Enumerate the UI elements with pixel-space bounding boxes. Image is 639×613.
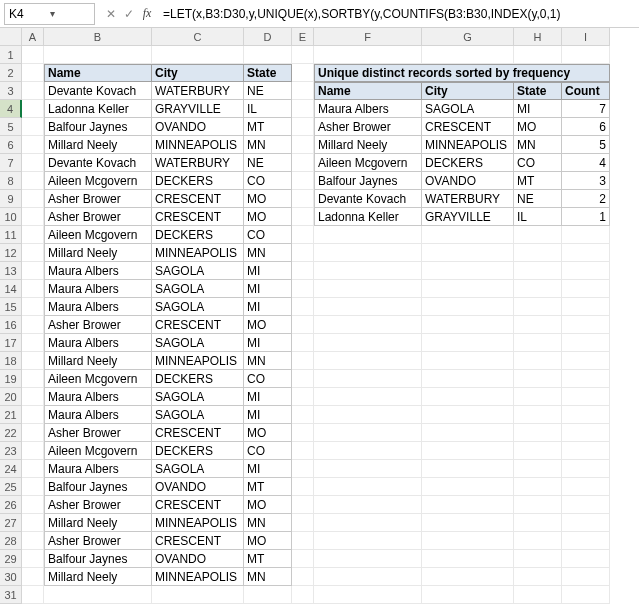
row-header-7[interactable]: 7 [0, 154, 22, 172]
cell-I20[interactable] [562, 388, 610, 406]
cell-G25[interactable] [422, 478, 514, 496]
cell-E11[interactable] [292, 226, 314, 244]
cell-A1[interactable] [22, 46, 44, 64]
cell-I29[interactable] [562, 550, 610, 568]
cell-A18[interactable] [22, 352, 44, 370]
cell-F25[interactable] [314, 478, 422, 496]
cell-I26[interactable] [562, 496, 610, 514]
col-header-A[interactable]: A [22, 28, 44, 46]
cell-E1[interactable] [292, 46, 314, 64]
cell-G30[interactable] [422, 568, 514, 586]
cell-G13[interactable] [422, 262, 514, 280]
col-header-G[interactable]: G [422, 28, 514, 46]
cell-E25[interactable] [292, 478, 314, 496]
cell-A14[interactable] [22, 280, 44, 298]
cell-A27[interactable] [22, 514, 44, 532]
cell-H16[interactable] [514, 316, 562, 334]
cell-I22[interactable] [562, 424, 610, 442]
row-header-5[interactable]: 5 [0, 118, 22, 136]
cell-E26[interactable] [292, 496, 314, 514]
cell-A15[interactable] [22, 298, 44, 316]
cell-H19[interactable] [514, 370, 562, 388]
cell-H29[interactable] [514, 550, 562, 568]
cell-G28[interactable] [422, 532, 514, 550]
cell-H15[interactable] [514, 298, 562, 316]
cancel-icon[interactable]: ✕ [103, 7, 119, 21]
cell-I30[interactable] [562, 568, 610, 586]
cell-H17[interactable] [514, 334, 562, 352]
cell-E14[interactable] [292, 280, 314, 298]
cell-E12[interactable] [292, 244, 314, 262]
cell-E15[interactable] [292, 298, 314, 316]
cell-E27[interactable] [292, 514, 314, 532]
cell-F13[interactable] [314, 262, 422, 280]
cell-C31[interactable] [152, 586, 244, 604]
cell-A25[interactable] [22, 478, 44, 496]
chevron-down-icon[interactable]: ▾ [50, 8, 91, 19]
row-header-30[interactable]: 30 [0, 568, 22, 586]
row-header-24[interactable]: 24 [0, 460, 22, 478]
row-header-11[interactable]: 11 [0, 226, 22, 244]
row-header-16[interactable]: 16 [0, 316, 22, 334]
row-header-6[interactable]: 6 [0, 136, 22, 154]
cell-E5[interactable] [292, 118, 314, 136]
col-header-E[interactable]: E [292, 28, 314, 46]
row-header-3[interactable]: 3 [0, 82, 22, 100]
row-header-10[interactable]: 10 [0, 208, 22, 226]
cell-G31[interactable] [422, 586, 514, 604]
cell-F12[interactable] [314, 244, 422, 262]
cell-A23[interactable] [22, 442, 44, 460]
cell-E21[interactable] [292, 406, 314, 424]
cell-A3[interactable] [22, 82, 44, 100]
row-header-22[interactable]: 22 [0, 424, 22, 442]
row-header-15[interactable]: 15 [0, 298, 22, 316]
cell-F23[interactable] [314, 442, 422, 460]
row-header-21[interactable]: 21 [0, 406, 22, 424]
cell-H26[interactable] [514, 496, 562, 514]
cell-F29[interactable] [314, 550, 422, 568]
cell-G29[interactable] [422, 550, 514, 568]
cell-E19[interactable] [292, 370, 314, 388]
cell-F15[interactable] [314, 298, 422, 316]
col-header-I[interactable]: I [562, 28, 610, 46]
row-header-18[interactable]: 18 [0, 352, 22, 370]
select-all-corner[interactable] [0, 28, 22, 46]
cell-E13[interactable] [292, 262, 314, 280]
cell-E20[interactable] [292, 388, 314, 406]
cell-H14[interactable] [514, 280, 562, 298]
cell-E17[interactable] [292, 334, 314, 352]
row-header-17[interactable]: 17 [0, 334, 22, 352]
cell-E7[interactable] [292, 154, 314, 172]
cell-I31[interactable] [562, 586, 610, 604]
cell-E31[interactable] [292, 586, 314, 604]
cell-I1[interactable] [562, 46, 610, 64]
cell-H12[interactable] [514, 244, 562, 262]
row-header-1[interactable]: 1 [0, 46, 22, 64]
cell-G19[interactable] [422, 370, 514, 388]
cell-F19[interactable] [314, 370, 422, 388]
cell-A31[interactable] [22, 586, 44, 604]
row-header-20[interactable]: 20 [0, 388, 22, 406]
cell-G11[interactable] [422, 226, 514, 244]
cell-E24[interactable] [292, 460, 314, 478]
cell-E23[interactable] [292, 442, 314, 460]
cell-H11[interactable] [514, 226, 562, 244]
row-header-29[interactable]: 29 [0, 550, 22, 568]
cell-A6[interactable] [22, 136, 44, 154]
row-header-12[interactable]: 12 [0, 244, 22, 262]
row-header-28[interactable]: 28 [0, 532, 22, 550]
cell-F30[interactable] [314, 568, 422, 586]
col-header-B[interactable]: B [44, 28, 152, 46]
cell-A7[interactable] [22, 154, 44, 172]
cell-D1[interactable] [244, 46, 292, 64]
cell-G23[interactable] [422, 442, 514, 460]
cell-F22[interactable] [314, 424, 422, 442]
cell-E4[interactable] [292, 100, 314, 118]
cell-G12[interactable] [422, 244, 514, 262]
cell-G14[interactable] [422, 280, 514, 298]
cell-F14[interactable] [314, 280, 422, 298]
cell-A22[interactable] [22, 424, 44, 442]
cell-E9[interactable] [292, 190, 314, 208]
cell-E28[interactable] [292, 532, 314, 550]
cell-I11[interactable] [562, 226, 610, 244]
